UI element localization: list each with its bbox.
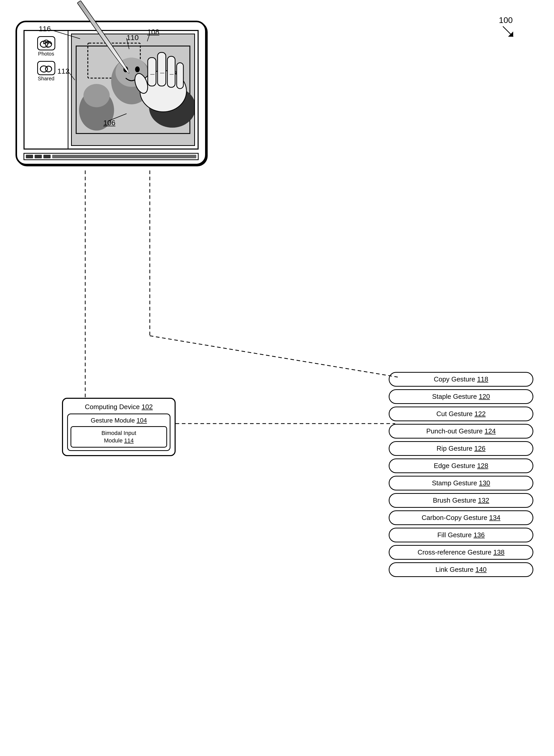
gesture-item-134: Carbon-Copy Gesture 134 bbox=[389, 510, 533, 525]
ref-116-label: 116 bbox=[39, 25, 51, 33]
sidebar-shared-label: Shared bbox=[38, 76, 55, 82]
gesture-item-126: Rip Gesture 126 bbox=[389, 441, 533, 456]
screen-sidebar: Photos Shared bbox=[24, 31, 68, 149]
svg-rect-37 bbox=[148, 58, 156, 86]
shared-icon bbox=[37, 61, 55, 75]
bar-progress bbox=[52, 155, 196, 158]
hand-gesture-overlay bbox=[127, 40, 195, 117]
gesture-item-138: Cross-reference Gesture 138 bbox=[389, 545, 533, 560]
computing-device-box: Computing Device 102 Gesture Module 104 … bbox=[62, 398, 176, 456]
gesture-module-box: Gesture Module 104 Bimodal InputModule 1… bbox=[67, 414, 170, 451]
bar-block-2 bbox=[35, 155, 42, 158]
gesture-item-128: Edge Gesture 128 bbox=[389, 458, 533, 473]
gesture-item-130: Stamp Gesture 130 bbox=[389, 476, 533, 490]
arrow-100-icon bbox=[500, 24, 516, 39]
gesture-item-140: Link Gesture 140 bbox=[389, 562, 533, 577]
gesture-module-title: Gesture Module 104 bbox=[70, 417, 167, 424]
sidebar-photos: Photos bbox=[37, 36, 55, 57]
screen-main bbox=[68, 31, 198, 149]
ref-112-label: 112 bbox=[57, 67, 69, 75]
svg-point-34 bbox=[84, 84, 110, 107]
gesture-item-124: Punch-out Gesture 124 bbox=[389, 424, 533, 439]
computing-device-title: Computing Device 102 bbox=[67, 403, 170, 411]
ref-108-label: 108 bbox=[147, 28, 159, 36]
svg-line-2 bbox=[150, 336, 398, 377]
svg-rect-39 bbox=[167, 56, 175, 87]
gesture-item-136: Fill Gesture 136 bbox=[389, 528, 533, 542]
gesture-list: Copy Gesture 118Staple Gesture 120Cut Ge… bbox=[389, 372, 533, 577]
photos-icon bbox=[37, 36, 55, 50]
bimodal-input-box: Bimodal InputModule 114 bbox=[70, 426, 167, 448]
device-bottom-bar bbox=[23, 153, 199, 160]
gesture-item-122: Cut Gesture 122 bbox=[389, 407, 533, 421]
photo-area bbox=[71, 34, 195, 146]
svg-rect-38 bbox=[158, 52, 166, 86]
gesture-item-118: Copy Gesture 118 bbox=[389, 372, 533, 387]
sidebar-shared: Shared bbox=[37, 61, 55, 82]
bar-block-1 bbox=[26, 155, 33, 158]
bimodal-input-title: Bimodal InputModule 114 bbox=[74, 430, 164, 444]
svg-rect-40 bbox=[177, 63, 183, 89]
sidebar-photos-label: Photos bbox=[38, 51, 54, 57]
ref-106-label: 106 bbox=[103, 119, 115, 127]
bar-block-3 bbox=[43, 155, 51, 158]
gesture-item-120: Staple Gesture 120 bbox=[389, 389, 533, 404]
tablet-device: Photos Shared bbox=[15, 21, 207, 165]
gesture-item-132: Brush Gesture 132 bbox=[389, 493, 533, 508]
